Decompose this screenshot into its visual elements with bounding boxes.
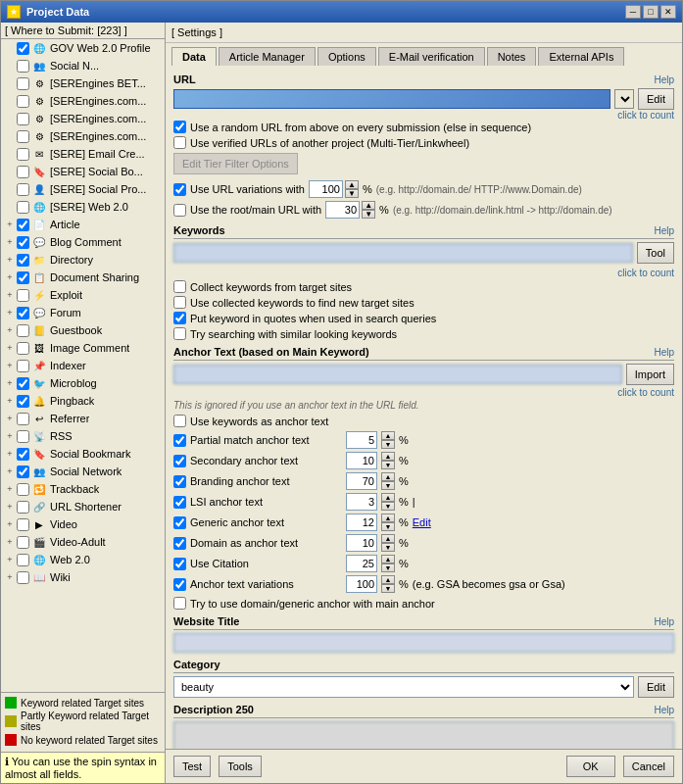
- anchor-up-secondary-anchor[interactable]: ▲: [381, 452, 395, 461]
- tree-item-article[interactable]: +📄Article: [1, 216, 165, 233]
- anchor-down-branding-anchor[interactable]: ▼: [381, 481, 395, 490]
- checkbox-guestbook[interactable]: [17, 324, 29, 337]
- use-keywords-anchor-checkbox[interactable]: [173, 415, 186, 427]
- anchor-up-partial-match[interactable]: ▲: [381, 431, 395, 440]
- checkbox-gov-web-profile[interactable]: [17, 42, 29, 55]
- checkbox-video-adult[interactable]: [17, 536, 29, 549]
- category-dropdown[interactable]: beauty: [173, 676, 634, 698]
- anchor-checkbox-use-citation[interactable]: [173, 558, 186, 570]
- checkbox-forum[interactable]: [17, 307, 29, 319]
- keywords-tool-button[interactable]: Tool: [637, 242, 674, 264]
- anchor-import-button[interactable]: Import: [626, 364, 674, 385]
- checkbox-directory[interactable]: [17, 254, 29, 267]
- checkbox-sere-web-20[interactable]: [17, 201, 29, 214]
- anchor-checkbox-lsi-anchor[interactable]: [173, 496, 186, 509]
- anchor-up-domain-as-anchor[interactable]: ▲: [381, 534, 395, 543]
- test-button[interactable]: Test: [173, 756, 211, 777]
- tree-item-social-bookmark[interactable]: +🔖Social Bookmark: [1, 445, 165, 463]
- anchor-down-lsi-anchor[interactable]: ▼: [381, 502, 395, 511]
- tree-item-guestbook[interactable]: +📒Guestbook: [1, 321, 165, 339]
- try-domain-checkbox[interactable]: [173, 597, 186, 610]
- tree-item-pingback[interactable]: +🔔Pingback: [1, 392, 165, 410]
- checkbox-pingback[interactable]: [17, 395, 29, 408]
- checkbox-image-comment[interactable]: [17, 342, 29, 355]
- tools-button[interactable]: Tools: [219, 756, 262, 777]
- anchor-down-generic-anchor[interactable]: ▼: [381, 522, 395, 531]
- tree-item-referrer[interactable]: +↩Referrer: [1, 410, 165, 427]
- tree-item-serengines-com1[interactable]: ⚙[SEREngines.com...: [1, 92, 165, 110]
- checkbox-rss[interactable]: [17, 430, 29, 443]
- anchor-checkbox-domain-as-anchor[interactable]: [173, 537, 186, 550]
- random-url-checkbox[interactable]: [173, 121, 186, 133]
- anchor-down-domain-as-anchor[interactable]: ▼: [381, 543, 395, 552]
- root-url-input[interactable]: [325, 201, 360, 219]
- tree-item-serengines-com3[interactable]: ⚙[SEREngines.com...: [1, 127, 165, 145]
- checkbox-microblog[interactable]: [17, 377, 29, 390]
- tier-filter-button[interactable]: Edit Tier Filter Options: [173, 153, 298, 174]
- anchor-checkbox-generic-anchor[interactable]: [173, 516, 186, 529]
- checkbox-sere-email-cre[interactable]: [17, 148, 29, 161]
- checkbox-indexer[interactable]: [17, 360, 29, 372]
- put-quotes-checkbox[interactable]: [173, 312, 186, 324]
- anchor-input-anchor-text-variations[interactable]: [346, 575, 377, 593]
- tab-notes[interactable]: Notes: [487, 47, 537, 66]
- tree-item-web-20[interactable]: +🌐Web 2.0: [1, 551, 165, 568]
- checkbox-url-shortener[interactable]: [17, 501, 29, 514]
- tree-item-trackback[interactable]: +🔁Trackback: [1, 480, 165, 498]
- root-url-up[interactable]: ▲: [362, 201, 375, 210]
- url-edit-button[interactable]: Edit: [638, 88, 674, 110]
- try-similar-checkbox[interactable]: [173, 327, 186, 340]
- anchor-up-generic-anchor[interactable]: ▲: [381, 514, 395, 522]
- tree-item-image-comment[interactable]: +🖼Image Comment: [1, 339, 165, 357]
- checkbox-social-ser[interactable]: [17, 60, 29, 73]
- tree-item-social-ser[interactable]: 👥Social N...: [1, 57, 165, 74]
- tab-email-verification[interactable]: E-Mail verification: [378, 47, 485, 66]
- ok-button[interactable]: OK: [566, 756, 615, 777]
- checkbox-blog-comment[interactable]: [17, 236, 29, 249]
- anchor-up-branding-anchor[interactable]: ▲: [381, 472, 395, 481]
- url-variations-checkbox[interactable]: [173, 183, 186, 196]
- tree-item-sere-social-pro[interactable]: 👤[SERE] Social Pro...: [1, 180, 165, 198]
- checkbox-social-network[interactable]: [17, 466, 29, 478]
- anchor-checkbox-branding-anchor[interactable]: [173, 475, 186, 488]
- tab-external-apis[interactable]: External APIs: [538, 47, 624, 66]
- tree-item-sere-email-cre[interactable]: ✉[SERE] Email Cre...: [1, 145, 165, 163]
- checkbox-social-bookmark[interactable]: [17, 448, 29, 461]
- minimize-button[interactable]: ─: [625, 5, 641, 19]
- tab-article-manager[interactable]: Article Manager: [219, 47, 316, 66]
- anchor-down-anchor-text-variations[interactable]: ▼: [381, 584, 395, 593]
- anchor-input-use-citation[interactable]: [346, 555, 377, 572]
- tree-item-video-adult[interactable]: +🎬Video-Adult: [1, 533, 165, 551]
- checkbox-serengines-com3[interactable]: [17, 130, 29, 143]
- anchor-input-generic-anchor[interactable]: [346, 514, 377, 531]
- tree-item-serengines-bet[interactable]: ⚙[SEREngines BET...: [1, 74, 165, 92]
- checkbox-video[interactable]: [17, 518, 29, 531]
- anchor-input-secondary-anchor[interactable]: [346, 452, 377, 469]
- checkbox-sere-social-bo[interactable]: [17, 166, 29, 178]
- checkbox-exploit[interactable]: [17, 289, 29, 302]
- tree-item-sere-web-20[interactable]: 🌐[SERE] Web 2.0: [1, 198, 165, 216]
- tree-container[interactable]: 🌐GOV Web 2.0 Profile👥Social N...⚙[SEREng…: [1, 39, 165, 692]
- root-url-checkbox[interactable]: [173, 204, 186, 217]
- checkbox-serengines-com1[interactable]: [17, 95, 29, 108]
- anchor-down-partial-match[interactable]: ▼: [381, 440, 395, 449]
- anchor-up-lsi-anchor[interactable]: ▲: [381, 493, 395, 502]
- tree-item-indexer[interactable]: +📌Indexer: [1, 357, 165, 374]
- anchor-checkbox-partial-match[interactable]: [173, 434, 186, 447]
- tree-item-social-network[interactable]: +👥Social Network: [1, 463, 165, 480]
- anchor-input-branding-anchor[interactable]: [346, 472, 377, 490]
- tree-item-exploit[interactable]: +⚡Exploit: [1, 286, 165, 304]
- anchor-checkbox-anchor-text-variations[interactable]: [173, 578, 186, 591]
- tree-item-url-shortener[interactable]: +🔗URL Shortener: [1, 498, 165, 515]
- tree-item-microblog[interactable]: +🐦Microblog: [1, 374, 165, 392]
- checkbox-sere-social-pro[interactable]: [17, 183, 29, 196]
- anchor-up-use-citation[interactable]: ▲: [381, 555, 395, 564]
- tab-options[interactable]: Options: [317, 47, 376, 66]
- tree-item-wiki[interactable]: +📖Wiki: [1, 568, 165, 586]
- verified-url-checkbox[interactable]: [173, 136, 186, 149]
- tree-item-document-sharing[interactable]: +📋Document Sharing: [1, 269, 165, 286]
- tree-item-rss[interactable]: +📡RSS: [1, 427, 165, 445]
- tree-item-directory[interactable]: +📁Directory: [1, 251, 165, 269]
- tree-item-video[interactable]: +▶Video: [1, 515, 165, 533]
- checkbox-document-sharing[interactable]: [17, 271, 29, 284]
